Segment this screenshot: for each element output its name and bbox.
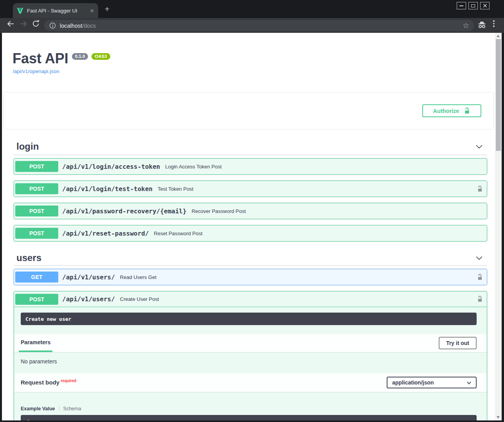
auth-lock-button[interactable]	[477, 274, 483, 281]
example-code-block: {	[21, 415, 477, 420]
operation-row[interactable]: POST /api/v1/reset-password/ Reset Passw…	[14, 225, 487, 241]
oas3-badge: OAS3	[91, 53, 110, 60]
operation-summary-text: Recover Password Post	[192, 208, 246, 214]
method-badge: POST	[15, 161, 58, 172]
tab-close-icon[interactable]: ✕	[90, 8, 94, 14]
method-badge: POST	[15, 228, 58, 239]
new-tab-button[interactable]: +	[102, 5, 112, 14]
swagger-page: Fast API0.1.0OAS3 /api/v1/openapi.json A…	[2, 33, 495, 420]
scrollbar-down-arrow[interactable]	[497, 416, 500, 418]
auth-lock-button[interactable]	[477, 295, 483, 303]
tag-header-login[interactable]: login	[14, 138, 487, 155]
url-host: localhost	[60, 23, 82, 29]
parameters-tab[interactable]: Parameters	[19, 334, 52, 352]
operation-path: /api/v1/password-recovery/{email}	[62, 207, 187, 215]
operation-summary-text: Login Access Token Post	[165, 164, 221, 170]
version-badge: 0.1.0	[72, 53, 88, 60]
browser-tab[interactable]: Fast API - Swagger UI ✕	[13, 3, 98, 18]
close-icon	[483, 4, 487, 8]
try-it-out-button[interactable]: Try it out	[439, 337, 477, 349]
unlocked-padlock-icon	[477, 185, 483, 193]
tag-name-login: login	[16, 141, 39, 152]
method-badge: POST	[15, 294, 58, 305]
model-example-tabs: Example Value Schema	[21, 406, 487, 411]
operation-summary[interactable]: POST /api/v1/login/access-token Login Ac…	[14, 159, 487, 174]
operation-path: /api/v1/reset-password/	[62, 230, 149, 237]
operation-path: /api/v1/login/test-token	[62, 185, 152, 193]
parameters-header: Parameters Try it out	[14, 334, 487, 352]
maximize-icon	[471, 4, 475, 7]
address-bar[interactable]: localhost/docs ☆	[44, 20, 474, 31]
authorize-button[interactable]: Authorize	[422, 104, 481, 117]
operation-path: /api/v1/users/	[62, 295, 115, 303]
url-text: localhost/docs	[60, 23, 96, 29]
operation-row[interactable]: POST /api/v1/password-recovery/{email} R…	[14, 203, 487, 219]
bookmark-star-icon[interactable]: ☆	[463, 22, 469, 29]
tag-name-users: users	[16, 252, 41, 263]
scrollbar-up-arrow[interactable]	[497, 35, 500, 37]
auth-lock-button[interactable]	[477, 185, 483, 193]
operation-body: Create new user Parameters Try it out No…	[14, 313, 487, 420]
operation-summary[interactable]: GET /api/v1/users/ Read Users Get	[14, 269, 487, 285]
operation-row[interactable]: GET /api/v1/users/ Read Users Get	[14, 269, 487, 285]
method-badge: GET	[15, 272, 58, 283]
close-button[interactable]	[480, 2, 490, 9]
back-button[interactable]	[6, 20, 15, 28]
operation-path: /api/v1/users/	[62, 274, 115, 281]
operation-summary-text: Test Token Post	[158, 186, 194, 192]
content-type-select[interactable]: application/json	[387, 377, 477, 388]
no-parameters-text: No parameters	[14, 352, 487, 373]
maximize-button[interactable]	[468, 2, 478, 9]
unlocked-padlock-icon	[477, 295, 483, 303]
unlocked-padlock-icon	[477, 274, 483, 281]
incognito-icon[interactable]	[477, 21, 486, 29]
reload-button[interactable]	[32, 20, 40, 28]
chevron-down-icon[interactable]	[475, 254, 483, 262]
page-title: Fast API	[13, 50, 68, 67]
url-path: /docs	[82, 23, 96, 29]
operation-summary[interactable]: POST /api/v1/users/ Create User Post	[14, 291, 487, 307]
page-viewport: Fast API0.1.0OAS3 /api/v1/openapi.json A…	[2, 33, 502, 420]
openapi-spec-link[interactable]: /api/v1/openapi.json	[13, 68, 59, 74]
unlocked-padlock-icon	[464, 107, 470, 114]
fastapi-favicon-icon	[17, 7, 23, 14]
select-chevron-icon	[466, 380, 472, 385]
operation-summary-text: Create User Post	[120, 296, 159, 302]
operation-row[interactable]: POST /api/v1/login/test-token Test Token…	[14, 181, 487, 197]
tab-title: Fast API - Swagger UI	[27, 8, 88, 14]
request-body-header: Request bodyrequired application/json	[14, 373, 487, 392]
operation-summary-text: Reset Password Post	[154, 231, 203, 236]
operation-description: Create new user	[21, 313, 477, 325]
schema-tab[interactable]: Schema	[63, 406, 81, 411]
required-label: required	[61, 379, 76, 383]
browser-tabstrip: Fast API - Swagger UI ✕ +	[0, 0, 504, 18]
content-type-value: application/json	[392, 379, 434, 386]
operation-summary[interactable]: POST /api/v1/password-recovery/{email} R…	[14, 203, 487, 219]
operation-path: /api/v1/login/access-token	[62, 163, 160, 170]
minimize-icon	[459, 5, 463, 6]
scrollbar-thumb[interactable]	[496, 39, 501, 151]
operation-summary[interactable]: POST /api/v1/login/test-token Test Token…	[14, 181, 487, 197]
tag-header-users[interactable]: users	[14, 250, 487, 266]
site-info-icon[interactable]	[49, 22, 56, 29]
operation-row[interactable]: POST /api/v1/login/access-token Login Ac…	[14, 158, 487, 175]
example-value-tab[interactable]: Example Value	[21, 406, 55, 411]
api-info: Fast API0.1.0OAS3 /api/v1/openapi.json	[2, 33, 495, 74]
tab-separator	[59, 406, 59, 411]
operation-summary-text: Read Users Get	[120, 274, 156, 280]
method-badge: POST	[15, 183, 58, 194]
page-scrollbar[interactable]	[495, 33, 502, 420]
authorize-label: Authorize	[433, 108, 459, 114]
chevron-down-icon[interactable]	[475, 143, 483, 151]
method-badge: POST	[15, 206, 58, 216]
browser-menu-icon[interactable]	[493, 20, 495, 27]
request-body-label: Request body	[21, 379, 59, 386]
operation-summary[interactable]: POST /api/v1/reset-password/ Reset Passw…	[14, 225, 487, 241]
scheme-container: Authorize	[4, 93, 493, 129]
forward-button[interactable]	[19, 20, 28, 28]
minimize-button[interactable]	[457, 2, 466, 9]
operation-row-expanded: POST /api/v1/users/ Create User Post Cre…	[14, 291, 487, 420]
